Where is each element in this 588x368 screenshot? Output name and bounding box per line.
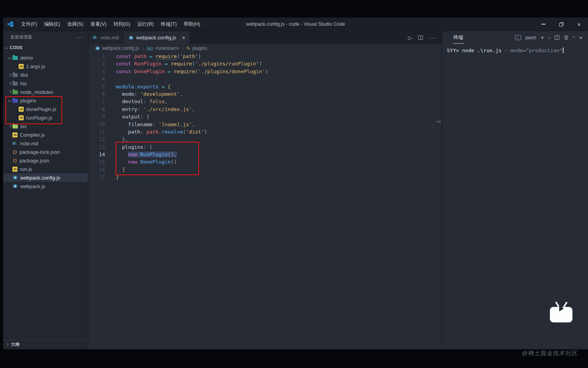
tree-item-Compiler.js[interactable]: JSCompiler.js	[3, 130, 88, 139]
shell-icon: >_	[515, 35, 521, 40]
tab-webpack.config.js[interactable]: webpack.config.js×	[124, 31, 190, 44]
terminal-body[interactable]: SYY> node .\run.js --mode="production"	[442, 44, 588, 54]
split-editor-icon	[418, 35, 423, 40]
menu-item-2[interactable]: 选择(S)	[64, 18, 87, 31]
line-number: 13	[88, 143, 105, 151]
menu-item-6[interactable]: 终端(T)	[157, 18, 180, 31]
code-line-8[interactable]: 8 entry: './src/index.js',	[88, 106, 442, 113]
tree-item-1.args.js[interactable]: JS1.args.js	[3, 62, 88, 70]
chevron-up-icon[interactable]	[572, 36, 575, 39]
code-line-6[interactable]: 6 mode: 'development',	[88, 90, 442, 98]
breadcrumb-label: <unknown>	[155, 46, 179, 51]
section-code[interactable]: CODE	[3, 43, 88, 52]
shell-name[interactable]: pwsh	[525, 35, 536, 40]
code-line-4[interactable]: 4	[88, 75, 442, 83]
tree-item-webpack.js[interactable]: webpack.js	[3, 182, 88, 190]
menu-item-0[interactable]: 文件(F)	[18, 18, 40, 31]
tree-item-node_modules[interactable]: node_modules	[3, 88, 88, 96]
close-tab-icon[interactable]: ×	[182, 35, 185, 41]
terminal-title[interactable]: 终端	[453, 32, 464, 44]
line-number: 3	[88, 68, 105, 75]
line-number: 12	[88, 136, 105, 143]
new-terminal-button[interactable]: +	[541, 34, 544, 41]
breadcrumb-item-1[interactable]: [@]<unknown>	[146, 46, 179, 51]
run-button[interactable]: ▷	[408, 35, 412, 41]
tv-antenna-left	[555, 301, 559, 307]
file-name: node_modules	[20, 89, 53, 95]
explorer-header: 资源管理器 ···	[3, 31, 88, 43]
code-line-1[interactable]: 1const path = require('path')	[88, 53, 442, 60]
trash-icon	[564, 35, 569, 40]
code-line-11[interactable]: 11 path: path.resolve('dist')	[88, 128, 442, 136]
watermark: @稀土掘金技术社区	[522, 350, 578, 357]
chevron-slot	[7, 125, 12, 127]
tree-item-dist[interactable]: dist	[3, 70, 88, 79]
code-text: devtool: false,	[116, 99, 168, 104]
tab-bar: M↓note.mdwebpack.config.js× ▷ ···	[88, 31, 442, 44]
kill-terminal-button[interactable]	[564, 35, 569, 40]
minimize-button[interactable]	[534, 18, 552, 31]
breadcrumb-label: webpack.config.js	[102, 46, 139, 51]
code-line-5[interactable]: 5module.exports = {	[88, 83, 442, 90]
code-line-2[interactable]: 2const RunPlugin = require('./plugins/ru…	[88, 60, 442, 67]
file-name: note.md	[20, 141, 38, 146]
code-text: const DonePlugin = require('./plugins/do…	[116, 69, 268, 74]
vscode-window: 文件(F)编辑(E)选择(S)查看(V)转到(G)运行(R)终端(T)帮助(H)…	[3, 18, 588, 349]
more-actions-icon[interactable]: ···	[76, 34, 82, 40]
outline-section[interactable]: 大纲	[3, 340, 88, 349]
menu-item-3[interactable]: 查看(V)	[87, 18, 110, 31]
terminal-line: SYY> node .\run.js --mode="production"	[447, 47, 588, 54]
scrollbar-thumb[interactable]	[436, 121, 441, 123]
tree-item-note.md[interactable]: M↓note.md	[3, 139, 88, 148]
folder-icon	[12, 90, 18, 94]
line-number: 8	[88, 106, 105, 113]
chevron-slot	[7, 91, 12, 93]
tree-item-demo[interactable]: demo	[3, 53, 88, 62]
restore-icon	[559, 22, 564, 26]
code-text: const RunPlugin = require('./plugins/run…	[116, 61, 262, 67]
chevron-down-icon[interactable]	[548, 36, 551, 39]
file-name: webpack.config.js	[20, 175, 60, 181]
code-line-9[interactable]: 9 output: {	[88, 113, 442, 120]
tree-item-webpack.config.js[interactable]: webpack.config.js	[3, 173, 88, 182]
line-number: 15	[88, 158, 105, 166]
menu-item-1[interactable]: 编辑(E)	[40, 18, 64, 31]
code-line-10[interactable]: 10 filename: '[name].js',	[88, 121, 442, 128]
restore-button[interactable]	[552, 18, 570, 31]
breadcrumb-separator: ›	[142, 46, 144, 51]
tree-item-package.json[interactable]: {}package.json	[3, 156, 88, 165]
chevron-down-icon	[5, 46, 8, 49]
markdown-file-icon: M↓	[12, 141, 18, 146]
tree-item-package-lock.json[interactable]: {}package-lock.json	[3, 148, 88, 156]
split-editor-button[interactable]	[418, 35, 423, 40]
close-window-button[interactable]: ×	[570, 18, 588, 31]
terminal-cursor	[563, 48, 564, 53]
chevron-slot	[7, 56, 12, 59]
tab-note.md[interactable]: M↓note.md	[88, 31, 124, 44]
tree-item-run.js[interactable]: JSrun.js	[3, 165, 88, 173]
menu-item-5[interactable]: 运行(R)	[134, 18, 157, 31]
code-line-7[interactable]: 7 devtool: false,	[88, 98, 442, 105]
more-editor-actions-icon[interactable]: ···	[429, 34, 436, 41]
file-name: package-lock.json	[19, 149, 60, 155]
breadcrumb-item-2[interactable]: plugins	[186, 46, 207, 51]
file-name: demo	[20, 55, 33, 61]
code-editor[interactable]: 1const path = require('path')2const RunP…	[88, 53, 442, 349]
annotation-red-box-code	[116, 142, 199, 175]
code-line-3[interactable]: 3const DonePlugin = require('./plugins/d…	[88, 68, 442, 75]
breadcrumb-item-0[interactable]: webpack.config.js	[95, 46, 139, 51]
file-name: his	[20, 81, 27, 86]
split-terminal-button[interactable]	[555, 35, 560, 40]
code-text: path: path.resolve('dist')	[116, 129, 207, 135]
menu-item-7[interactable]: 帮助(H)	[180, 18, 203, 31]
menu-item-4[interactable]: 转到(G)	[110, 18, 134, 31]
line-number: 2	[88, 60, 105, 67]
folder-icon	[12, 73, 18, 77]
chevron-right-icon	[8, 90, 11, 93]
split-terminal-icon	[555, 35, 560, 40]
code-text: output: {	[116, 114, 149, 120]
javascript-file-icon: JS	[19, 64, 24, 69]
tree-item-his[interactable]: his	[3, 79, 88, 88]
close-panel-button[interactable]: ×	[579, 34, 583, 41]
breadcrumb-label: plugins	[192, 46, 207, 51]
